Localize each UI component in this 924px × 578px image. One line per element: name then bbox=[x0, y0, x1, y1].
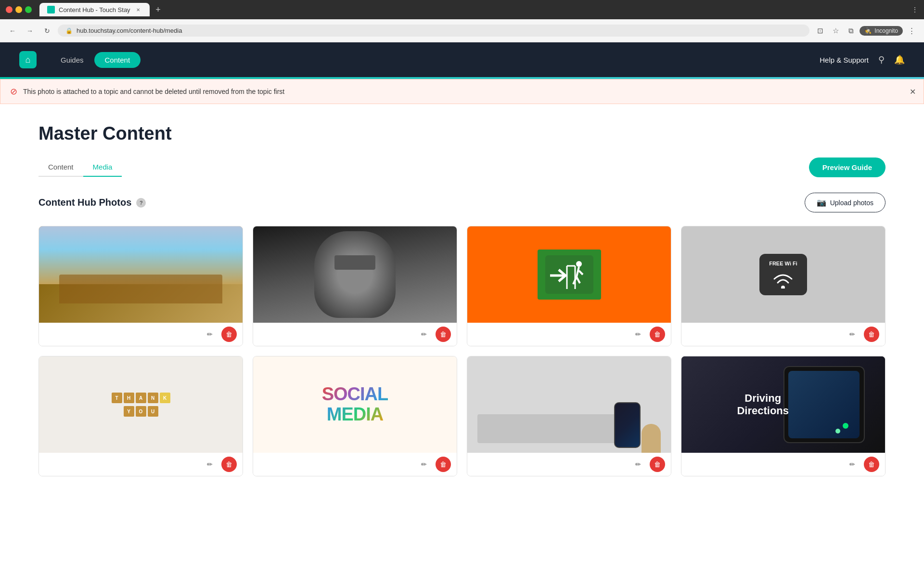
delete-photo-5-button[interactable]: 🗑 bbox=[221, 457, 237, 472]
tab-content[interactable]: Content bbox=[38, 158, 83, 177]
delete-photo-6-button[interactable]: 🗑 bbox=[436, 457, 451, 472]
alert-close-button[interactable]: ✕ bbox=[910, 87, 916, 96]
upload-photos-button[interactable]: 📷 Upload photos bbox=[805, 193, 886, 212]
notification-bell-icon[interactable]: 🔔 bbox=[894, 54, 905, 65]
reload-button[interactable]: ↻ bbox=[40, 24, 54, 38]
photo-card-8: DrivingDirections ✏ 🗑 bbox=[681, 356, 886, 476]
photo-image-8: DrivingDirections bbox=[681, 356, 885, 453]
nav-help[interactable]: Help & Support bbox=[820, 56, 869, 64]
nav-content[interactable]: Content bbox=[94, 52, 141, 68]
maximize-window-button[interactable] bbox=[25, 6, 32, 13]
wifi-box-graphic: FREE Wi Fi bbox=[759, 254, 807, 295]
photo-actions-4: ✏ 🗑 bbox=[681, 323, 885, 346]
edit-photo-2-button[interactable]: ✏ bbox=[416, 327, 432, 342]
edit-photo-3-button[interactable]: ✏ bbox=[630, 327, 646, 342]
edit-photo-8-button[interactable]: ✏ bbox=[845, 457, 860, 472]
delete-photo-8-button[interactable]: 🗑 bbox=[864, 457, 879, 472]
driving-directions-text: DrivingDirections bbox=[737, 392, 789, 417]
tab-media[interactable]: Media bbox=[83, 158, 122, 177]
more-menu-button[interactable]: ⋮ bbox=[911, 6, 918, 13]
svg-point-1 bbox=[576, 261, 582, 267]
incognito-icon: 🕵 bbox=[864, 27, 872, 34]
extension-icon[interactable]: ⧉ bbox=[844, 24, 858, 38]
photo-image-7 bbox=[467, 356, 671, 453]
social-media-text: SOCIALMEDIA bbox=[322, 384, 388, 425]
tab-close-button[interactable]: ✕ bbox=[134, 6, 142, 13]
bookmark-icon[interactable]: ☆ bbox=[829, 24, 842, 38]
photo-actions-1: ✏ 🗑 bbox=[39, 323, 243, 346]
logo[interactable]: ⌂ bbox=[19, 51, 37, 68]
photo-card-5: T H A N K Y O U ✏ bbox=[38, 356, 243, 476]
edit-photo-4-button[interactable]: ✏ bbox=[845, 327, 860, 342]
photo-actions-3: ✏ 🗑 bbox=[467, 323, 671, 346]
thankyou-top-row: T H A N K bbox=[112, 393, 170, 403]
photo-card-6: SOCIALMEDIA ✏ 🗑 bbox=[253, 356, 457, 476]
browser-titlebar: Content Hub - Touch Stay ✕ + ⋮ bbox=[0, 0, 924, 19]
camera-icon: 📷 bbox=[817, 198, 826, 207]
app-container: ⌂ Guides Content Help & Support ⚲ 🔔 ⊘ Th… bbox=[0, 42, 924, 578]
tab-bar: Content Hub - Touch Stay ✕ + bbox=[39, 3, 908, 16]
edit-photo-1-button[interactable]: ✏ bbox=[202, 327, 218, 342]
svg-point-9 bbox=[781, 286, 785, 289]
photos-section: Content Hub Photos ? 📷 Upload photos bbox=[38, 193, 886, 476]
delete-photo-4-button[interactable]: 🗑 bbox=[864, 327, 879, 342]
preview-guide-button[interactable]: Preview Guide bbox=[809, 158, 886, 177]
photo-card-4: FREE Wi Fi ✏ 🗑 bbox=[681, 226, 886, 346]
edit-photo-7-button[interactable]: ✏ bbox=[630, 457, 646, 472]
photo-image-6: SOCIALMEDIA bbox=[253, 356, 457, 453]
photos-header: Content Hub Photos ? 📷 Upload photos bbox=[38, 193, 886, 212]
photo-image-5: T H A N K Y O U bbox=[39, 356, 243, 453]
tab-favicon bbox=[47, 6, 55, 13]
browser-nav-icons: ⊡ ☆ ⧉ 🕵 Incognito ⋮ bbox=[813, 24, 918, 38]
thankyou-bottom-row: Y O U bbox=[124, 406, 158, 417]
active-tab[interactable]: Content Hub - Touch Stay ✕ bbox=[39, 3, 150, 16]
browser-menu-button[interactable]: ⋮ bbox=[905, 24, 918, 38]
alert-message: This photo is attached to a topic and ca… bbox=[23, 88, 914, 95]
photos-help-icon[interactable]: ? bbox=[136, 198, 146, 208]
keyboard-graphic bbox=[477, 414, 620, 443]
photo-actions-2: ✏ 🗑 bbox=[253, 323, 457, 346]
delete-photo-2-button[interactable]: 🗑 bbox=[436, 327, 451, 342]
main-content: Master Content Content Media Preview Gui… bbox=[0, 104, 924, 578]
edit-photo-6-button[interactable]: ✏ bbox=[416, 457, 432, 472]
photo-grid: ✏ 🗑 ✏ 🗑 bbox=[38, 226, 886, 476]
nav-guides[interactable]: Guides bbox=[52, 52, 92, 68]
photos-title: Content Hub Photos ? bbox=[38, 197, 146, 208]
tab-title: Content Hub - Touch Stay bbox=[59, 6, 130, 13]
incognito-badge: 🕵 Incognito bbox=[860, 26, 903, 36]
new-tab-button[interactable]: + bbox=[152, 3, 165, 16]
traffic-lights bbox=[6, 6, 32, 13]
page-title: Master Content bbox=[38, 123, 886, 144]
search-icon[interactable]: ⚲ bbox=[878, 54, 885, 65]
nav-items: Guides Content bbox=[52, 52, 141, 68]
photo-card-7: ✏ 🗑 bbox=[467, 356, 671, 476]
address-bar[interactable]: 🔒 hub.touchstay.com/content-hub/media bbox=[58, 25, 809, 37]
cast-icon[interactable]: ⊡ bbox=[813, 24, 827, 38]
photo-image-2 bbox=[253, 226, 457, 323]
photo-image-4: FREE Wi Fi bbox=[681, 226, 885, 323]
minimize-window-button[interactable] bbox=[15, 6, 22, 13]
url-text: hub.touchstay.com/content-hub/media bbox=[77, 27, 802, 34]
close-window-button[interactable] bbox=[6, 6, 13, 13]
photo-actions-8: ✏ 🗑 bbox=[681, 453, 885, 476]
delete-photo-7-button[interactable]: 🗑 bbox=[650, 457, 665, 472]
photo-card-2: ✏ 🗑 bbox=[253, 226, 457, 346]
forward-button[interactable]: → bbox=[23, 24, 37, 38]
back-button[interactable]: ← bbox=[6, 24, 19, 38]
photo-card-1: ✏ 🗑 bbox=[38, 226, 243, 346]
browser-nav-bar: ← → ↻ 🔒 hub.touchstay.com/content-hub/me… bbox=[0, 19, 924, 42]
incognito-label: Incognito bbox=[874, 27, 898, 34]
photo-image-1 bbox=[39, 226, 243, 323]
edit-photo-5-button[interactable]: ✏ bbox=[202, 457, 218, 472]
photo-actions-7: ✏ 🗑 bbox=[467, 453, 671, 476]
nav-right: Help & Support ⚲ 🔔 bbox=[820, 54, 905, 65]
delete-photo-3-button[interactable]: 🗑 bbox=[650, 327, 665, 342]
logo-icon: ⌂ bbox=[26, 55, 31, 65]
hand-graphic bbox=[642, 424, 661, 453]
tab-list: Content Media bbox=[38, 158, 122, 177]
photo-actions-6: ✏ 🗑 bbox=[253, 453, 457, 476]
delete-photo-1-button[interactable]: 🗑 bbox=[221, 327, 237, 342]
photo-image-3 bbox=[467, 226, 671, 323]
browser-window: Content Hub - Touch Stay ✕ + ⋮ ← → ↻ 🔒 h… bbox=[0, 0, 924, 42]
photo-card-3: ✏ 🗑 bbox=[467, 226, 671, 346]
